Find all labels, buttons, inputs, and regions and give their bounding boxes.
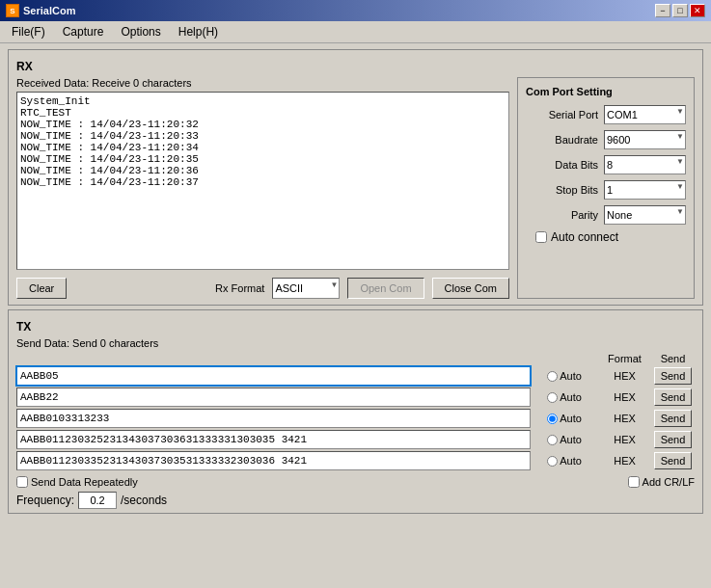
stop-bits-select[interactable]: 12 — [604, 180, 686, 200]
tx-send-btn-2[interactable]: Send — [654, 388, 693, 406]
menu-options[interactable]: Options — [113, 23, 168, 40]
tx-input-2[interactable] — [16, 388, 531, 407]
table-row: Auto HEX Send — [16, 430, 695, 449]
data-bits-select[interactable]: 8765 — [604, 155, 686, 174]
tx-auto-1: Auto — [531, 370, 598, 382]
tx-bottom-row: Send Data Repeatedly Add CR/LF — [16, 476, 695, 488]
stop-bits-select-wrapper: 12 — [604, 180, 686, 200]
tx-radio-4[interactable] — [547, 435, 558, 445]
auto-connect-label: Auto connect — [551, 230, 618, 244]
menu-file[interactable]: File(F) — [4, 23, 53, 40]
baudrate-label: Baudrate — [526, 134, 598, 146]
send-repeatedly-label: Send Data Repeatedly — [16, 476, 138, 488]
parity-row: Parity NoneOddEven — [526, 205, 686, 225]
send-repeatedly-text: Send Data Repeatedly — [31, 476, 138, 488]
frequency-label: Frequency: — [16, 494, 74, 507]
rx-content: Received Data: Receive 0 characters Clea… — [16, 77, 695, 299]
main-content: RX Received Data: Receive 0 characters C… — [0, 43, 711, 520]
stop-bits-label: Stop Bits — [526, 184, 598, 196]
tx-auto-4: Auto — [531, 434, 598, 445]
app-icon: S — [6, 4, 19, 17]
tx-send-1: Send — [651, 367, 695, 385]
tx-send-btn-5[interactable]: Send — [654, 452, 693, 469]
add-crlf-row: Add CR/LF — [628, 476, 695, 488]
table-row: Auto HEX Send — [16, 451, 695, 470]
auto-connect-checkbox[interactable] — [535, 231, 547, 243]
title-buttons: − □ ✕ — [655, 4, 705, 17]
tx-send-3: Send — [651, 410, 695, 427]
frequency-input[interactable] — [78, 492, 117, 509]
close-com-button[interactable]: Close Com — [432, 278, 509, 299]
maximize-button[interactable]: □ — [672, 4, 688, 17]
rx-format-select[interactable]: ASCII HEX — [272, 278, 340, 299]
tx-auto-3: Auto — [531, 413, 598, 424]
tx-send-btn-3[interactable]: Send — [654, 410, 693, 427]
serial-port-select-wrapper: COM1COM2COM3 — [604, 105, 686, 124]
parity-select-wrapper: NoneOddEven — [604, 205, 686, 225]
tx-section-label: TX — [16, 320, 695, 334]
tx-auto-2: Auto — [531, 391, 598, 403]
com-port-title: Com Port Setting — [526, 86, 686, 97]
menu-help[interactable]: Help(H) — [171, 23, 226, 40]
tx-send-btn-4[interactable]: Send — [654, 431, 693, 448]
frequency-unit: /seconds — [121, 494, 167, 507]
serial-port-select[interactable]: COM1COM2COM3 — [604, 105, 686, 124]
tx-radio-3[interactable] — [547, 414, 558, 424]
tx-input-5[interactable] — [16, 451, 531, 470]
rx-format-label: Rx Format — [215, 282, 264, 294]
tx-send-2: Send — [651, 388, 695, 406]
tx-data-label: Send Data: Send 0 characters — [16, 337, 695, 349]
rx-section-label: RX — [16, 60, 695, 73]
tx-format-5: HEX — [598, 455, 651, 467]
tx-auto-5: Auto — [531, 455, 598, 467]
data-bits-label: Data Bits — [526, 159, 598, 171]
menu-bar: File(F) Capture Options Help(H) — [0, 21, 711, 43]
tx-radio-1[interactable] — [547, 371, 558, 382]
frequency-row: Frequency: /seconds — [16, 492, 695, 509]
com-port-panel: Com Port Setting Serial Port COM1COM2COM… — [517, 77, 695, 299]
tx-format-1: HEX — [598, 370, 651, 382]
add-crlf-checkbox[interactable] — [628, 476, 640, 488]
tx-format-col-header: Format — [598, 353, 651, 364]
serial-port-row: Serial Port COM1COM2COM3 — [526, 105, 686, 124]
tx-input-1[interactable] — [16, 366, 531, 386]
clear-button[interactable]: Clear — [16, 278, 67, 299]
menu-capture[interactable]: Capture — [55, 23, 112, 40]
data-bits-row: Data Bits 8765 — [526, 155, 686, 174]
close-button[interactable]: ✕ — [690, 4, 705, 17]
rx-textarea[interactable] — [16, 92, 509, 270]
tx-header: Format Send — [16, 353, 695, 364]
tx-input-3[interactable] — [16, 409, 531, 428]
tx-input-4[interactable] — [16, 430, 531, 449]
send-repeatedly-checkbox[interactable] — [16, 476, 28, 488]
app-title: SerialCom — [23, 5, 75, 16]
tx-send-5: Send — [651, 452, 695, 469]
tx-send-col-header: Send — [651, 353, 695, 364]
rx-data-label: Received Data: Receive 0 characters — [16, 77, 509, 89]
rx-controls: Clear Rx Format ASCII HEX Open Com Close… — [16, 278, 509, 299]
tx-radio-2[interactable] — [547, 392, 558, 403]
minimize-button[interactable]: − — [655, 4, 670, 17]
tx-send-4: Send — [651, 431, 695, 448]
table-row: Auto HEX Send — [16, 366, 695, 386]
tx-send-btn-1[interactable]: Send — [654, 367, 693, 385]
baudrate-select[interactable]: 96001920038400115200 — [604, 130, 686, 149]
tx-radio-5[interactable] — [547, 456, 558, 467]
add-crlf-label: Add CR/LF — [643, 476, 695, 488]
rx-section: RX Received Data: Receive 0 characters C… — [8, 49, 703, 306]
tx-section: TX Send Data: Send 0 characters Format S… — [8, 309, 703, 514]
rx-left-panel: Received Data: Receive 0 characters Clea… — [16, 77, 509, 299]
data-bits-select-wrapper: 8765 — [604, 155, 686, 174]
parity-label: Parity — [526, 209, 598, 221]
auto-connect-row: Auto connect — [526, 230, 686, 244]
serial-port-label: Serial Port — [526, 109, 598, 120]
table-row: Auto HEX Send — [16, 409, 695, 428]
tx-format-2: HEX — [598, 391, 651, 403]
baudrate-select-wrapper: 96001920038400115200 — [604, 130, 686, 149]
parity-select[interactable]: NoneOddEven — [604, 205, 686, 225]
rx-format-select-wrapper: ASCII HEX — [272, 278, 340, 299]
tx-format-3: HEX — [598, 413, 651, 424]
title-bar: S SerialCom − □ ✕ — [0, 0, 711, 21]
open-com-button[interactable]: Open Com — [347, 278, 424, 299]
baudrate-row: Baudrate 96001920038400115200 — [526, 130, 686, 149]
